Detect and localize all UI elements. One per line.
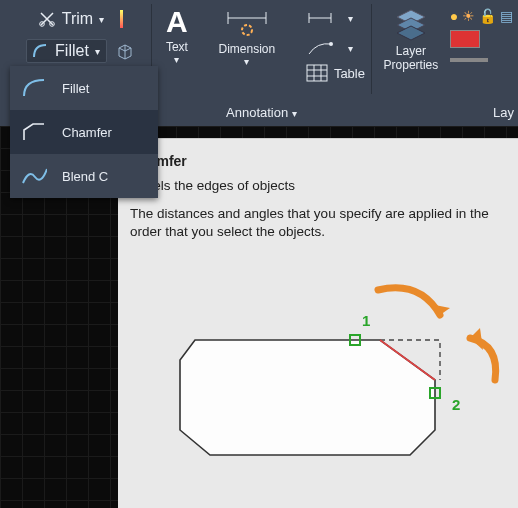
chevron-down-icon: ▾ — [95, 46, 100, 57]
layer-properties-label: Layer Properties — [384, 44, 439, 72]
flyout-label: Chamfer — [62, 125, 112, 140]
fillet-label: Fillet — [55, 42, 89, 60]
fillet-icon — [20, 76, 48, 100]
layers-panel-label[interactable]: Lay — [493, 105, 514, 120]
chevron-down-icon: ▾ — [244, 56, 249, 67]
svg-rect-10 — [307, 65, 327, 81]
step-2-label: 2 — [452, 396, 460, 413]
table-button[interactable]: Table — [300, 60, 371, 86]
tooltip-illustration: 1 2 — [140, 260, 510, 470]
dimension-button[interactable]: Dimension ▾ — [202, 0, 292, 86]
lock-icon[interactable]: 🔓 — [479, 8, 496, 24]
highlight-icon — [120, 10, 123, 28]
dimension-label: Dimension — [219, 42, 276, 56]
chevron-down-icon: ▾ — [99, 14, 104, 25]
chevron-down-icon: ▾ — [348, 43, 353, 54]
chevron-down-icon: ▾ — [174, 54, 179, 65]
layer-stack-icon — [393, 6, 429, 42]
fillet-flyout: Fillet Chamfer Blend C — [10, 66, 158, 198]
chamfer-icon — [20, 120, 48, 144]
tooltip-summary: Bevels the edges of objects — [130, 177, 506, 195]
layer-properties-button[interactable]: Layer Properties — [372, 0, 450, 126]
linear-dim-icon[interactable] — [306, 6, 334, 30]
tooltip-panel: Chamfer Bevels the edges of objects The … — [118, 138, 518, 508]
annotation-panel: A Text ▾ Dimension ▾ ▾ ▾ — [152, 0, 371, 126]
text-label: Text — [166, 40, 188, 54]
trim-button[interactable]: Trim ▾ — [28, 4, 123, 34]
flyout-item-blend[interactable]: Blend C — [10, 154, 158, 198]
tooltip-detail: The distances and angles that you specif… — [130, 205, 506, 241]
flyout-item-chamfer[interactable]: Chamfer — [10, 110, 158, 154]
flyout-label: Fillet — [62, 81, 89, 96]
dimension-icon — [224, 8, 270, 40]
text-button[interactable]: A Text ▾ — [152, 0, 202, 86]
step-1-label: 1 — [362, 312, 370, 329]
blend-icon — [20, 164, 48, 188]
fillet-button[interactable]: Fillet ▾ — [16, 34, 135, 68]
chevron-down-icon: ▾ — [348, 13, 353, 24]
leader-icon[interactable] — [306, 36, 334, 60]
cube-icon[interactable] — [115, 41, 135, 61]
bulb-on-icon[interactable]: ● — [450, 8, 458, 24]
svg-point-5 — [242, 25, 252, 35]
trim-label: Trim — [62, 10, 93, 28]
lineweight-icon[interactable] — [450, 58, 488, 62]
chevron-down-icon: ▾ — [292, 108, 297, 119]
scissors-icon — [38, 10, 56, 28]
sun-icon[interactable]: ☀ — [462, 8, 475, 24]
flyout-label: Blend C — [62, 169, 108, 184]
table-label: Table — [334, 66, 365, 81]
fillet-icon — [31, 42, 49, 60]
plot-icon[interactable]: ▤ — [500, 8, 513, 24]
color-swatch[interactable] — [450, 30, 480, 48]
annotation-panel-label[interactable]: Annotation ▾ — [152, 105, 371, 120]
tooltip-title: Chamfer — [130, 153, 506, 169]
svg-point-9 — [329, 42, 333, 46]
flyout-item-fillet[interactable]: Fillet — [10, 66, 158, 110]
text-big-icon: A — [166, 6, 188, 38]
table-icon — [306, 64, 328, 82]
